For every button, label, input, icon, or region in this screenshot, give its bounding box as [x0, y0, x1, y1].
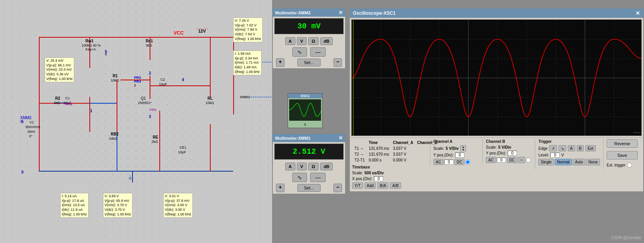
osc-measurements: Time Channel_A Channel_B T1 ↔ 131.670 ms… [352, 139, 430, 190]
re-label: RE [153, 135, 158, 139]
mm1-dc-btn[interactable]: — [310, 173, 326, 182]
c2-value: 10μF [159, 82, 167, 86]
chb-acdc-row: AC 0 DC − [486, 157, 532, 163]
svg-rect-11 [159, 111, 160, 142]
cha-ypos-label: Y pos.(Div): [433, 153, 454, 157]
mm1-btn-a[interactable]: A [285, 163, 295, 170]
r2-label: R2 [55, 96, 60, 101]
mm1-ac-btn[interactable]: ∿ [292, 173, 307, 182]
reverse-btn[interactable]: Reverse [607, 139, 638, 148]
ba-btn[interactable]: B/A [377, 182, 388, 189]
meas-label-i158: I: 1.58 mAI(p-p): 2.34 mAI(rms): 1.71 mA… [233, 50, 262, 75]
svg-rect-14 [210, 37, 211, 97]
mm1-btn-db[interactable]: dB [320, 163, 333, 170]
circuit-area: Rw1 100kΩ 40 % Key=A 5 Rc1 3kΩ R1 10kΩ R… [0, 0, 272, 243]
trigger-single-btn[interactable]: Single [538, 159, 554, 165]
add-btn[interactable]: Add [365, 182, 376, 189]
chb-dc-radio[interactable] [526, 158, 531, 163]
mm1-buttons-row: A V Ω dB [273, 161, 345, 172]
timebase-xpos-label: X pos.(Div): [352, 177, 372, 181]
chb-ac-btn[interactable]: AC [486, 157, 496, 163]
rb2-label: RB2 [111, 132, 119, 136]
cha-scale-spinner[interactable]: ▲ ▼ [460, 145, 466, 151]
mm1-btn-v[interactable]: V [297, 163, 307, 170]
trigger-level-label: Level: [538, 153, 549, 157]
rw1-value: 100kΩ 40 % [82, 43, 101, 47]
q1-label: Q1 [141, 96, 146, 101]
trigger-none-btn[interactable]: None [586, 159, 600, 165]
osc-titlebar: Oscilloscope-XSC1 ✕ [350, 9, 643, 18]
c1-label: C1 [65, 96, 70, 100]
trigger-edge-ext[interactable]: Ext [585, 145, 595, 151]
timebase-scale-row: Scale: 500 us/Div [352, 171, 427, 175]
mm1-set-btn[interactable]: Set... [297, 184, 321, 192]
xsc1-mini[interactable]: XSC1 g [288, 93, 323, 128]
cha-ac-btn[interactable]: AC [433, 159, 443, 165]
trigger-edge-falling[interactable]: ↘ [558, 145, 566, 151]
mm2-minus-btn[interactable]: − [333, 58, 342, 67]
ab-btn[interactable]: A/B [390, 182, 401, 189]
mm2-btn-ohm[interactable]: Ω [308, 37, 319, 45]
trigger-section: Trigger Edge ↗ ↘ A B Ext Level: 0 V [538, 139, 600, 169]
cha-scale-down[interactable]: ▼ [461, 148, 466, 151]
osc-close-btn[interactable]: ✕ [635, 10, 640, 16]
mm2-btn-a[interactable]: A [285, 37, 295, 45]
measurements-table: Time Channel_A Channel_B T1 ↔ 131.670 ms… [352, 139, 440, 163]
svg-rect-15 [210, 124, 211, 171]
svg-rect-19 [117, 171, 117, 172]
pr2-label: 2 [134, 83, 136, 87]
svg-rect-20 [132, 171, 133, 182]
osc-minimize-btn[interactable]: — [633, 128, 640, 136]
node1: 1 [90, 109, 92, 113]
ext-trigger-radio[interactable] [627, 163, 632, 168]
chb-dc-btn[interactable]: DC [507, 157, 517, 163]
chb-minus-btn[interactable]: − [518, 157, 525, 163]
t2-label: T2 [354, 152, 359, 156]
mm2-set-btn[interactable]: Set... [297, 59, 321, 66]
mm2-ac-btn[interactable]: ∿ [292, 47, 307, 57]
trigger-auto-btn[interactable]: Auto [573, 159, 586, 165]
pr6-label: PR6 [65, 102, 72, 106]
mm1-close-btn[interactable]: ✕ [339, 135, 343, 141]
mm2-btn-v[interactable]: V [297, 37, 307, 45]
trigger-header: Trigger [538, 139, 600, 144]
t2-cha: 3.037 V [391, 152, 415, 157]
trigger-edge-rising[interactable]: ↗ [549, 145, 557, 151]
re-value: 2kΩ [152, 140, 158, 144]
trigger-normal-btn[interactable]: Normal [555, 159, 572, 165]
r1-label: R1 [113, 74, 118, 78]
v1-val1: 30mVrms [25, 125, 40, 129]
r2-value: 1kΩ [54, 101, 60, 105]
trigger-right-section: Trigger Edge ↗ ↘ A B Ext Level: 0 V [535, 139, 641, 169]
mm1-plus-btn[interactable]: + [276, 184, 284, 192]
trigger-edge-a[interactable]: A [568, 145, 575, 151]
svg-rect-17 [179, 85, 210, 86]
t-header-empty [353, 140, 367, 145]
cha-ypos-value: 0 [455, 153, 464, 158]
yt-btn[interactable]: Y/T [352, 182, 363, 189]
node2: 2 [149, 71, 151, 75]
mm2-plus-btn[interactable]: + [276, 58, 284, 67]
right-buttons-section: Reverse Save Ext. trigger [603, 139, 638, 169]
mm2-dc-btn[interactable]: — [310, 47, 326, 57]
cha-dc-radio[interactable] [465, 160, 470, 165]
node5: 5 [105, 50, 107, 54]
mm2-close-btn[interactable]: ✕ [339, 10, 343, 16]
mm1-minus-btn[interactable]: − [333, 184, 342, 192]
meas-label-v369: V: 3.69 VV(p-p): 65.9 mVV(rms): 3.70 VV(… [103, 193, 133, 218]
mm2-title: Multimeter-XMM2 [275, 10, 311, 15]
cha-dc-btn[interactable]: DC [454, 159, 464, 165]
trigger-edge-b[interactable]: B [577, 145, 584, 151]
multimeter-xmm1: Multimeter-XMM1 ✕ 2.512 V A V Ω dB ∿ — +… [272, 133, 346, 194]
trigger-level-row: Level: 0 V [538, 153, 600, 158]
t2t1-time: 0.000 s [367, 158, 391, 163]
save-btn[interactable]: Save [607, 151, 638, 160]
cha-scale-up[interactable]: ▲ [461, 146, 466, 148]
rl-value: 10kΩ [206, 101, 214, 105]
mm1-btn-ohm[interactable]: Ω [308, 163, 319, 170]
mm2-buttons-row: A V Ω dB [273, 36, 345, 47]
r1-value: 10kΩ [111, 78, 119, 82]
mm2-btn-db[interactable]: dB [320, 37, 333, 45]
v1-val3: 0° [29, 134, 33, 138]
t1-label-cell: T1 ↔ [353, 146, 367, 151]
